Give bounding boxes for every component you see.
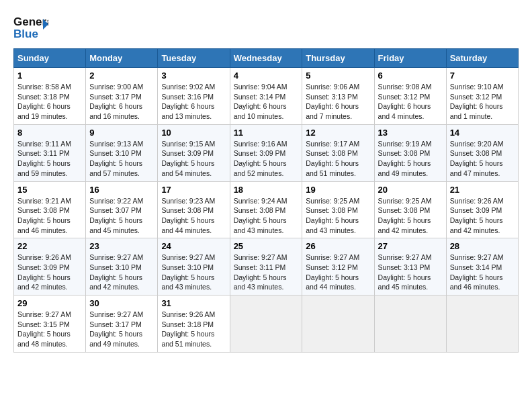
col-header-thursday: Thursday [302, 49, 374, 68]
week-row-3: 15 Sunrise: 9:21 AMSunset: 3:08 PMDaylig… [14, 181, 519, 238]
week-row-4: 22 Sunrise: 9:26 AMSunset: 3:09 PMDaylig… [14, 238, 519, 295]
day-cell: 29 Sunrise: 9:27 AMSunset: 3:15 PMDaylig… [14, 295, 86, 353]
day-number: 3 [161, 71, 226, 81]
day-info: Sunrise: 9:27 AMSunset: 3:14 PMDaylight:… [450, 253, 504, 291]
day-number: 25 [234, 241, 299, 251]
day-cell: 2 Sunrise: 9:00 AMSunset: 3:17 PMDayligh… [86, 68, 158, 125]
day-info: Sunrise: 9:11 AMSunset: 3:11 PMDaylight:… [17, 140, 71, 177]
logo: General Blue [13, 13, 48, 42]
day-cell: 26 Sunrise: 9:27 AMSunset: 3:12 PMDaylig… [302, 238, 374, 295]
day-info: Sunrise: 9:26 AMSunset: 3:09 PMDaylight:… [17, 253, 71, 291]
day-number: 14 [450, 128, 515, 138]
col-header-saturday: Saturday [446, 49, 518, 68]
day-info: Sunrise: 9:27 AMSunset: 3:15 PMDaylight:… [17, 310, 71, 348]
day-info: Sunrise: 9:13 AMSunset: 3:10 PMDaylight:… [89, 140, 143, 177]
logo-icon: General Blue [13, 13, 48, 42]
svg-text:Blue: Blue [13, 28, 38, 40]
day-cell: 11 Sunrise: 9:16 AMSunset: 3:09 PMDaylig… [230, 124, 302, 181]
day-cell: 30 Sunrise: 9:27 AMSunset: 3:17 PMDaylig… [86, 295, 158, 353]
day-info: Sunrise: 9:26 AMSunset: 3:09 PMDaylight:… [450, 197, 504, 234]
day-info: Sunrise: 9:25 AMSunset: 3:08 PMDaylight:… [306, 197, 359, 234]
day-cell: 4 Sunrise: 9:04 AMSunset: 3:14 PMDayligh… [230, 68, 302, 125]
day-cell: 17 Sunrise: 9:23 AMSunset: 3:08 PMDaylig… [158, 181, 230, 238]
day-number: 23 [89, 241, 154, 251]
day-cell: 6 Sunrise: 9:08 AMSunset: 3:12 PMDayligh… [374, 68, 446, 125]
header: General Blue [13, 13, 519, 42]
day-info: Sunrise: 9:27 AMSunset: 3:13 PMDaylight:… [378, 253, 432, 291]
day-number: 26 [306, 241, 370, 251]
day-info: Sunrise: 9:20 AMSunset: 3:08 PMDaylight:… [450, 140, 504, 177]
day-info: Sunrise: 9:16 AMSunset: 3:09 PMDaylight:… [234, 140, 287, 177]
day-number: 8 [17, 128, 82, 138]
calendar-table: SundayMondayTuesdayWednesdayThursdayFrid… [13, 48, 519, 353]
day-cell: 14 Sunrise: 9:20 AMSunset: 3:08 PMDaylig… [446, 124, 518, 181]
day-cell: 16 Sunrise: 9:22 AMSunset: 3:07 PMDaylig… [86, 181, 158, 238]
day-number: 15 [17, 185, 82, 195]
day-info: Sunrise: 9:27 AMSunset: 3:10 PMDaylight:… [161, 253, 215, 291]
day-info: Sunrise: 9:06 AMSunset: 3:13 PMDaylight:… [306, 83, 359, 120]
col-header-sunday: Sunday [14, 49, 86, 68]
day-cell: 23 Sunrise: 9:27 AMSunset: 3:10 PMDaylig… [86, 238, 158, 295]
day-info: Sunrise: 9:22 AMSunset: 3:07 PMDaylight:… [89, 197, 143, 234]
day-cell: 18 Sunrise: 9:24 AMSunset: 3:08 PMDaylig… [230, 181, 302, 238]
day-cell: 19 Sunrise: 9:25 AMSunset: 3:08 PMDaylig… [302, 181, 374, 238]
day-number: 29 [17, 298, 82, 308]
day-cell: 20 Sunrise: 9:25 AMSunset: 3:08 PMDaylig… [374, 181, 446, 238]
day-number: 11 [234, 128, 299, 138]
day-info: Sunrise: 9:27 AMSunset: 3:10 PMDaylight:… [89, 253, 143, 291]
day-number: 4 [234, 71, 299, 81]
week-row-2: 8 Sunrise: 9:11 AMSunset: 3:11 PMDayligh… [14, 124, 519, 181]
day-info: Sunrise: 9:00 AMSunset: 3:17 PMDaylight:… [89, 83, 143, 120]
day-info: Sunrise: 9:24 AMSunset: 3:08 PMDaylight:… [234, 197, 287, 234]
day-cell: 27 Sunrise: 9:27 AMSunset: 3:13 PMDaylig… [374, 238, 446, 295]
day-number: 2 [89, 71, 154, 81]
day-number: 10 [161, 128, 226, 138]
day-number: 19 [306, 185, 370, 195]
day-number: 9 [89, 128, 154, 138]
day-info: Sunrise: 9:02 AMSunset: 3:16 PMDaylight:… [161, 83, 215, 120]
day-number: 20 [378, 185, 443, 195]
day-info: Sunrise: 9:17 AMSunset: 3:08 PMDaylight:… [306, 140, 359, 177]
day-number: 12 [306, 128, 370, 138]
day-number: 28 [450, 241, 515, 251]
col-header-tuesday: Tuesday [158, 49, 230, 68]
day-info: Sunrise: 9:23 AMSunset: 3:08 PMDaylight:… [161, 197, 215, 234]
day-number: 16 [89, 185, 154, 195]
day-number: 24 [161, 241, 226, 251]
day-number: 13 [378, 128, 443, 138]
day-number: 7 [450, 71, 515, 81]
day-cell: 3 Sunrise: 9:02 AMSunset: 3:16 PMDayligh… [158, 68, 230, 125]
day-number: 6 [378, 71, 443, 81]
day-cell: 7 Sunrise: 9:10 AMSunset: 3:12 PMDayligh… [446, 68, 518, 125]
day-cell: 25 Sunrise: 9:27 AMSunset: 3:11 PMDaylig… [230, 238, 302, 295]
day-number: 18 [234, 185, 299, 195]
day-info: Sunrise: 9:27 AMSunset: 3:17 PMDaylight:… [89, 310, 143, 348]
day-number: 5 [306, 71, 370, 81]
day-cell: 24 Sunrise: 9:27 AMSunset: 3:10 PMDaylig… [158, 238, 230, 295]
day-cell: 12 Sunrise: 9:17 AMSunset: 3:08 PMDaylig… [302, 124, 374, 181]
day-info: Sunrise: 9:19 AMSunset: 3:08 PMDaylight:… [378, 140, 432, 177]
day-info: Sunrise: 9:21 AMSunset: 3:08 PMDaylight:… [17, 197, 71, 234]
day-cell: 8 Sunrise: 9:11 AMSunset: 3:11 PMDayligh… [14, 124, 86, 181]
day-info: Sunrise: 9:27 AMSunset: 3:11 PMDaylight:… [234, 253, 287, 291]
col-header-monday: Monday [86, 49, 158, 68]
day-info: Sunrise: 9:10 AMSunset: 3:12 PMDaylight:… [450, 83, 504, 120]
col-header-wednesday: Wednesday [230, 49, 302, 68]
day-cell: 13 Sunrise: 9:19 AMSunset: 3:08 PMDaylig… [374, 124, 446, 181]
day-cell: 1 Sunrise: 8:58 AMSunset: 3:18 PMDayligh… [14, 68, 86, 125]
day-info: Sunrise: 9:08 AMSunset: 3:12 PMDaylight:… [378, 83, 432, 120]
day-info: Sunrise: 9:26 AMSunset: 3:18 PMDaylight:… [161, 310, 215, 348]
day-cell [446, 295, 518, 353]
day-number: 27 [378, 241, 443, 251]
day-info: Sunrise: 8:58 AMSunset: 3:18 PMDaylight:… [17, 83, 71, 120]
day-number: 31 [161, 298, 226, 308]
day-info: Sunrise: 9:27 AMSunset: 3:12 PMDaylight:… [306, 253, 359, 291]
day-cell [302, 295, 374, 353]
day-cell: 10 Sunrise: 9:15 AMSunset: 3:09 PMDaylig… [158, 124, 230, 181]
day-cell: 21 Sunrise: 9:26 AMSunset: 3:09 PMDaylig… [446, 181, 518, 238]
day-cell [374, 295, 446, 353]
day-info: Sunrise: 9:25 AMSunset: 3:08 PMDaylight:… [378, 197, 432, 234]
day-cell [230, 295, 302, 353]
day-cell: 22 Sunrise: 9:26 AMSunset: 3:09 PMDaylig… [14, 238, 86, 295]
day-cell: 9 Sunrise: 9:13 AMSunset: 3:10 PMDayligh… [86, 124, 158, 181]
